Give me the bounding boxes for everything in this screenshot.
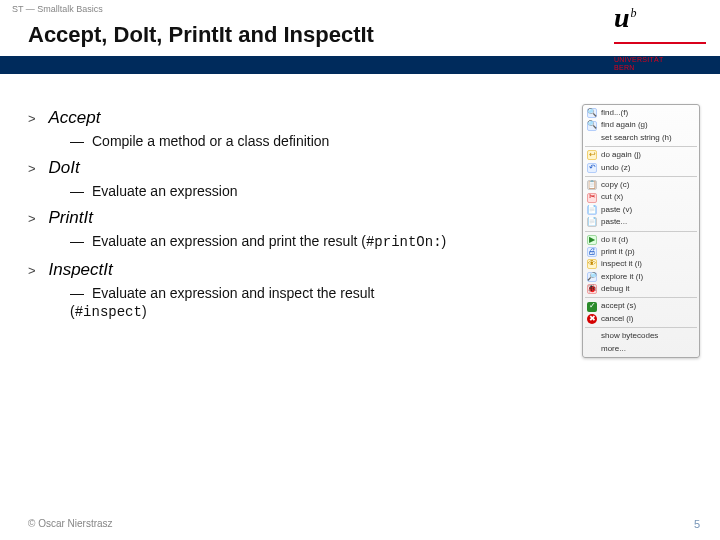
menu-item-icon: 🖨	[587, 247, 597, 257]
term: InspectIt	[48, 260, 112, 279]
menu-item-icon: 📄	[587, 205, 597, 215]
description: —Compile a method or a class definition	[28, 132, 448, 150]
menu-item-icon: ↩	[587, 150, 597, 160]
menu-separator	[585, 176, 697, 177]
copyright: © Oscar Nierstrasz	[28, 518, 113, 530]
menu-item-label: find again (g)	[601, 120, 648, 130]
menu-separator	[585, 231, 697, 232]
logo-u: ub	[614, 2, 636, 33]
menu-item-label: do again (j)	[601, 150, 641, 160]
menu-item-label: more...	[601, 344, 626, 354]
menu-item-icon: 🔍	[587, 108, 597, 118]
page-number: 5	[694, 518, 700, 530]
chevron-icon: >	[28, 263, 44, 278]
menu-item-icon: 👁	[587, 259, 597, 269]
menu-item-label: copy (c)	[601, 180, 629, 190]
menu-item[interactable]: set search string (h)	[585, 132, 697, 144]
menu-item-label: print it (p)	[601, 247, 635, 257]
menu-item[interactable]: show bytecodes	[585, 330, 697, 342]
menu-item-icon: 📄	[587, 217, 597, 227]
term: DoIt	[48, 158, 79, 177]
menu-item[interactable]: 🔎explore it (I)	[585, 271, 697, 283]
list-item: > PrintIt —Evaluate an expression and pr…	[28, 208, 448, 251]
menu-item[interactable]: ↶undo (z)	[585, 162, 697, 174]
menu-item[interactable]: ↩do again (j)	[585, 149, 697, 161]
menu-item-label: undo (z)	[601, 163, 630, 173]
menu-item-label: do it (d)	[601, 235, 628, 245]
menu-item-icon: ✓	[587, 302, 597, 312]
menu-item-label: paste...	[601, 217, 627, 227]
menu-item-label: inspect it (i)	[601, 259, 642, 269]
context-menu: 🔍find...(f)🔍find again (g)set search str…	[582, 104, 700, 358]
concept-list: > Accept —Compile a method or a class de…	[28, 108, 582, 358]
menu-separator	[585, 327, 697, 328]
menu-item[interactable]: 📄paste (v)	[585, 204, 697, 216]
menu-item-label: cancel (l)	[601, 314, 633, 324]
menu-separator	[585, 297, 697, 298]
content-area: > Accept —Compile a method or a class de…	[0, 74, 720, 358]
description: —Evaluate an expression	[28, 182, 448, 200]
description: —Evaluate an expression and print the re…	[28, 232, 448, 251]
menu-item[interactable]: 🔍find...(f)	[585, 107, 697, 119]
menu-item[interactable]: ✂cut (x)	[585, 191, 697, 203]
term: PrintIt	[48, 208, 92, 227]
menu-item[interactable]: 🔍find again (g)	[585, 119, 697, 131]
menu-item-icon: 📋	[587, 180, 597, 190]
slide-header: ST — Smalltalk Basics	[0, 0, 720, 16]
menu-item-label: find...(f)	[601, 108, 628, 118]
menu-item-icon: ↶	[587, 163, 597, 173]
description: —Evaluate an expression and inspect the …	[28, 284, 448, 321]
list-item: > Accept —Compile a method or a class de…	[28, 108, 448, 150]
menu-item-label: paste (v)	[601, 205, 632, 215]
menu-item[interactable]: 🖨print it (p)	[585, 246, 697, 258]
menu-item[interactable]: more...	[585, 343, 697, 355]
menu-item[interactable]: ▶do it (d)	[585, 234, 697, 246]
menu-item-icon: ✂	[587, 193, 597, 203]
logo-divider	[614, 42, 706, 56]
menu-item-icon: ✖	[587, 314, 597, 324]
slide-title: Accept, DoIt, PrintIt and InspectIt	[0, 16, 720, 56]
term: Accept	[48, 108, 100, 127]
chevron-icon: >	[28, 161, 44, 176]
menu-separator	[585, 146, 697, 147]
menu-item[interactable]: 📄paste...	[585, 216, 697, 228]
menu-item-label: debug it	[601, 284, 629, 294]
menu-item-label: show bytecodes	[601, 331, 658, 341]
list-item: > DoIt —Evaluate an expression	[28, 158, 448, 200]
menu-item[interactable]: 📋copy (c)	[585, 179, 697, 191]
menu-item-label: cut (x)	[601, 192, 623, 202]
menu-item-label: set search string (h)	[601, 133, 672, 143]
logo-text: UNIVERSITÄTBERN	[614, 56, 664, 73]
menu-item[interactable]: 👁inspect it (i)	[585, 258, 697, 270]
menu-item-icon: 🐞	[587, 284, 597, 294]
menu-item-label: explore it (I)	[601, 272, 643, 282]
university-logo: ub UNIVERSITÄTBERN	[614, 2, 706, 34]
slide-footer: © Oscar Nierstrasz 5	[28, 518, 700, 530]
menu-item-icon: ▶	[587, 235, 597, 245]
chevron-icon: >	[28, 111, 44, 126]
chevron-icon: >	[28, 211, 44, 226]
menu-item-icon: 🔎	[587, 272, 597, 282]
menu-item[interactable]: ✓accept (s)	[585, 300, 697, 312]
menu-item[interactable]: 🐞debug it	[585, 283, 697, 295]
menu-item[interactable]: ✖cancel (l)	[585, 313, 697, 325]
menu-item-label: accept (s)	[601, 301, 636, 311]
title-divider-bar	[0, 56, 720, 74]
list-item: > InspectIt —Evaluate an expression and …	[28, 260, 448, 321]
menu-item-icon: 🔍	[587, 121, 597, 131]
